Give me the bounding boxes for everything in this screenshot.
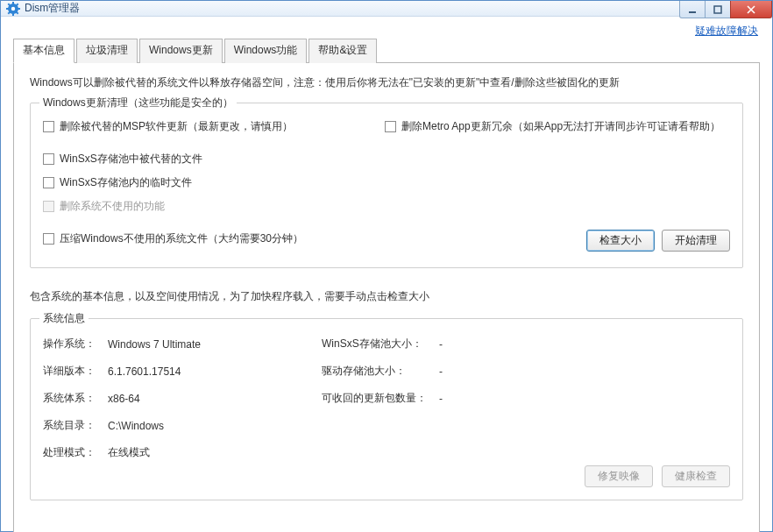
close-button[interactable] <box>730 1 772 18</box>
checkbox-row-compress[interactable]: 压缩Windows不使用的系统文件（大约需要30分钟） <box>43 231 586 246</box>
intro-text: Windows可以删除被代替的系统文件以释放存储器空间，注意：使用后你将无法在"… <box>30 75 743 90</box>
checkbox-row-unused-feature: 删除系统不使用的功能 <box>43 199 730 214</box>
start-clean-button[interactable]: 开始清理 <box>662 230 730 252</box>
label-driver-size: 驱动存储池大小： <box>322 364 436 379</box>
checkbox-icon <box>43 121 54 132</box>
tab-content: Windows可以删除被代替的系统文件以释放存储器空间，注意：使用后你将无法在"… <box>13 63 760 532</box>
value-sysdir: C:\Windows <box>108 420 318 432</box>
checkbox-icon <box>43 201 54 212</box>
checkbox-row-metro[interactable]: 删除Metro App更新冗余（如果App无法打开请同步许可证请看帮助） <box>385 119 730 134</box>
label-mode: 处理模式： <box>43 445 104 460</box>
value-driver-size: - <box>439 365 509 378</box>
tab-basic-info[interactable]: 基本信息 <box>13 39 74 63</box>
value-arch: x86-64 <box>108 393 318 405</box>
label-winsxs-size: WinSxS存储池大小： <box>322 337 436 351</box>
label-os: 操作系统： <box>43 337 104 351</box>
system-info-grid: 操作系统： Windows 7 Ultimate WinSxS存储池大小： - … <box>43 337 730 460</box>
checkbox-icon <box>385 121 396 132</box>
client-area: 疑难故障解决 基本信息 垃圾清理 Windows更新 Windows功能 帮助&… <box>1 17 772 532</box>
gear-icon <box>6 2 20 16</box>
label-reclaim-count: 可收回的更新包数量： <box>322 391 436 406</box>
value-version: 6.1.7601.17514 <box>108 365 318 378</box>
value-reclaim-count: - <box>439 393 509 405</box>
tab-label: 基本信息 <box>23 44 65 56</box>
svg-point-1 <box>11 6 15 10</box>
checkbox-label: 删除Metro App更新冗余（如果App无法打开请同步许可证请看帮助） <box>401 119 720 134</box>
svg-line-9 <box>17 4 18 5</box>
group-system-info: 系统信息 操作系统： Windows 7 Ultimate WinSxS存储池大… <box>30 318 743 500</box>
checkbox-row-winsxs-temp[interactable]: WinSxS存储池内的临时文件 <box>43 175 730 190</box>
checkbox-icon <box>43 233 54 245</box>
label-sysdir: 系统目录： <box>43 418 104 433</box>
checkbox-icon <box>43 177 54 188</box>
titlebar: Dism管理器 <box>1 1 772 17</box>
checkbox-label: WinSxS存储池中被代替的文件 <box>60 152 202 167</box>
checkbox-label: 删除系统不使用的功能 <box>60 199 165 214</box>
svg-rect-10 <box>689 11 696 13</box>
value-winsxs-size: - <box>439 338 509 351</box>
svg-rect-11 <box>714 6 721 13</box>
group-title: 系统信息 <box>39 311 89 326</box>
tab-bar: 基本信息 垃圾清理 Windows更新 Windows功能 帮助&设置 <box>13 38 760 63</box>
label-arch: 系统体系： <box>43 391 104 406</box>
tab-label: 垃圾清理 <box>86 44 128 56</box>
group-title: Windows更新清理（这些功能是安全的） <box>39 96 237 110</box>
troubleshoot-link[interactable]: 疑难故障解决 <box>695 24 758 39</box>
svg-line-8 <box>8 11 10 13</box>
checkbox-icon <box>43 153 54 165</box>
checkbox-label: 删除被代替的MSP软件更新（最新更改，请慎用） <box>60 119 293 134</box>
value-os: Windows 7 Ultimate <box>108 338 318 351</box>
tab-windows-features[interactable]: Windows功能 <box>224 39 308 63</box>
tab-windows-update[interactable]: Windows更新 <box>139 39 223 63</box>
minimize-button[interactable] <box>679 1 706 18</box>
svg-line-6 <box>8 4 10 5</box>
checkbox-label: WinSxS存储池内的临时文件 <box>60 175 192 190</box>
health-check-button: 健康检查 <box>662 465 730 487</box>
tab-label: Windows功能 <box>234 44 298 56</box>
value-mode: 在线模式 <box>108 445 318 460</box>
app-window: Dism管理器 疑难故障解决 基本信息 垃圾清理 Windows更新 Windo… <box>0 0 773 532</box>
checkbox-label: 压缩Windows不使用的系统文件（大约需要30分钟） <box>60 231 303 246</box>
svg-line-7 <box>17 11 18 13</box>
checkbox-row-winsxs-replaced[interactable]: WinSxS存储池中被代替的文件 <box>43 152 730 167</box>
tab-label: 帮助&设置 <box>318 44 367 56</box>
tab-label: Windows更新 <box>149 44 213 56</box>
group-update-cleanup: Windows更新清理（这些功能是安全的） 删除被代替的MSP软件更新（最新更改… <box>30 103 743 268</box>
checkbox-row-msp[interactable]: 删除被代替的MSP软件更新（最新更改，请慎用） <box>43 119 385 134</box>
maximize-button[interactable] <box>705 1 731 18</box>
tab-junk-clean[interactable]: 垃圾清理 <box>76 39 138 63</box>
window-title: Dism管理器 <box>25 1 80 16</box>
window-controls <box>680 1 772 18</box>
repair-image-button: 修复映像 <box>585 465 653 487</box>
check-size-button[interactable]: 检查大小 <box>586 230 655 252</box>
tab-help-settings[interactable]: 帮助&设置 <box>308 39 377 63</box>
mid-text: 包含系统的基本信息，以及空间使用情况，为了加快程序载入，需要手动点击检查大小 <box>30 289 743 304</box>
label-version: 详细版本： <box>43 364 104 379</box>
